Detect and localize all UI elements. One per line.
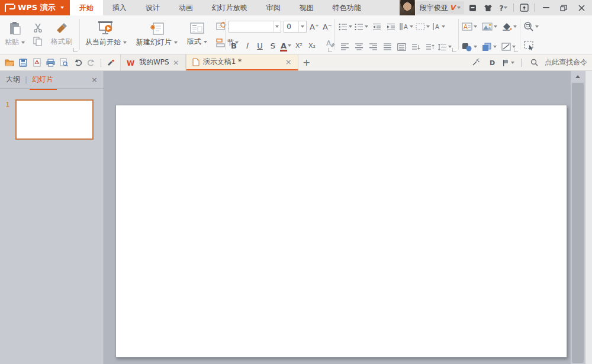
- text-box-button[interactable]: A: [462, 21, 477, 33]
- format-painter-button[interactable]: 格式刷: [47, 17, 76, 52]
- fill-button[interactable]: [502, 21, 517, 33]
- menu-tab-slideshow[interactable]: 幻灯片放映: [202, 0, 257, 15]
- font-size-select[interactable]: 0: [284, 21, 307, 33]
- find-command-label[interactable]: 点此查找命令: [545, 57, 587, 67]
- tab-presentation1[interactable]: 演示文稿1 * ×: [186, 54, 298, 70]
- cut-copy-column: [31, 17, 45, 52]
- tab-close-icon[interactable]: ×: [173, 58, 179, 67]
- new-slide-icon: [149, 21, 165, 36]
- find-replace-button[interactable]: [523, 21, 539, 33]
- restore-button[interactable]: [555, 1, 572, 14]
- skin-button[interactable]: [481, 1, 495, 14]
- justify-button[interactable]: [381, 41, 393, 53]
- redo-button[interactable]: [85, 57, 97, 69]
- increase-indent-button[interactable]: [385, 21, 397, 33]
- magic-wand-icon: [472, 59, 480, 66]
- decrease-indent-icon: [372, 23, 381, 31]
- open-button[interactable]: [4, 57, 15, 69]
- copy-button[interactable]: [32, 36, 44, 47]
- panel-tab-slides[interactable]: 幻灯片: [32, 75, 53, 85]
- night-mode-button[interactable]: D: [486, 57, 498, 69]
- picture-button[interactable]: [482, 21, 497, 33]
- distribute-button[interactable]: [395, 41, 407, 53]
- placeholder-outline-button[interactable]: [416, 21, 430, 33]
- font-family-dropdown[interactable]: [273, 21, 281, 32]
- align-left-button[interactable]: [339, 41, 350, 53]
- tab-my-wps[interactable]: W 我的WPS ×: [120, 54, 186, 70]
- increase-spacing-button[interactable]: [424, 41, 436, 53]
- hide-ribbon-button[interactable]: [517, 1, 531, 14]
- clipboard-expander[interactable]: [73, 48, 78, 52]
- app-menu-button[interactable]: WPS 演示: [0, 0, 70, 15]
- strikethrough-button[interactable]: S: [268, 40, 278, 51]
- panel-tab-outline[interactable]: 大纲: [6, 75, 20, 85]
- text-direction-button[interactable]: A: [399, 21, 413, 33]
- undo-button[interactable]: [72, 57, 83, 69]
- bold-label: B: [231, 41, 237, 50]
- print-button[interactable]: [44, 57, 56, 69]
- print-preview-button[interactable]: [58, 57, 70, 69]
- tab-close-icon[interactable]: ×: [285, 57, 292, 66]
- align-center-button[interactable]: [353, 41, 365, 53]
- wps-w-icon: W: [127, 59, 136, 66]
- menu-tab-view[interactable]: 视图: [290, 0, 323, 15]
- text-direction-caret-icon: [410, 25, 413, 28]
- vertical-scrollbar[interactable]: [571, 71, 585, 364]
- close-button[interactable]: [573, 1, 590, 14]
- menu-tab-insert[interactable]: 插入: [103, 0, 136, 15]
- menu-tab-home[interactable]: 开始: [70, 0, 103, 15]
- font-color-button[interactable]: A: [281, 40, 291, 51]
- decrease-indent-button[interactable]: [371, 21, 382, 33]
- underline-button[interactable]: U: [255, 40, 265, 51]
- ribbon-separator: [458, 19, 459, 50]
- scrollbar-up-button[interactable]: [571, 71, 585, 82]
- grow-font-button[interactable]: A⁺: [309, 21, 320, 33]
- save-button[interactable]: [17, 57, 29, 69]
- help-button[interactable]: ?: [496, 1, 510, 14]
- select-pane-button[interactable]: [523, 40, 535, 51]
- italic-button[interactable]: I: [242, 40, 252, 51]
- arrange-button[interactable]: [482, 41, 497, 53]
- minimize-button[interactable]: [538, 1, 554, 14]
- paragraph-expander[interactable]: [452, 48, 456, 52]
- panel-close-icon[interactable]: ×: [91, 75, 98, 84]
- new-tab-button[interactable]: +: [298, 54, 315, 70]
- font-size-dropdown[interactable]: [298, 21, 306, 32]
- layout-button[interactable]: 版式: [184, 17, 211, 52]
- paste-button[interactable]: 粘贴: [1, 17, 28, 52]
- numbering-button[interactable]: [355, 21, 368, 33]
- ribbon-separator: [520, 19, 520, 50]
- subscript-button[interactable]: X₂: [307, 40, 317, 51]
- switch-mode-button[interactable]: [503, 57, 514, 69]
- shapes-button[interactable]: [462, 41, 477, 53]
- customize-qat-button[interactable]: [105, 57, 117, 69]
- message-center-button[interactable]: [465, 1, 480, 14]
- scrollbar-thumb[interactable]: [572, 83, 584, 363]
- bold-button[interactable]: B: [229, 40, 239, 51]
- new-slide-button[interactable]: 新建幻灯片: [133, 17, 181, 52]
- clear-format-button[interactable]: A: [324, 37, 336, 49]
- export-pdf-button[interactable]: [31, 57, 43, 69]
- menu-tab-review[interactable]: 审阅: [257, 0, 290, 15]
- fill-caret-icon: [513, 25, 517, 28]
- magic-wand-button[interactable]: [469, 57, 481, 69]
- line-spacing-button[interactable]: [438, 41, 452, 53]
- menu-tab-design[interactable]: 设计: [136, 0, 169, 15]
- find-command-button[interactable]: [528, 57, 540, 69]
- align-right-button[interactable]: [367, 41, 379, 53]
- menu-tab-label: 插入: [112, 3, 127, 13]
- slide-thumbnail-1[interactable]: [15, 99, 94, 140]
- vertical-text-button[interactable]: A: [432, 21, 445, 33]
- user-account-button[interactable]: 段宇俊亚 V: [416, 1, 464, 14]
- decrease-spacing-button[interactable]: [410, 41, 422, 53]
- slide-editing-surface[interactable]: [115, 105, 567, 357]
- font-family-select[interactable]: [229, 21, 281, 33]
- superscript-button[interactable]: X²: [294, 40, 304, 51]
- cut-button[interactable]: [32, 22, 44, 34]
- user-avatar[interactable]: [400, 0, 415, 15]
- menu-tab-special-features[interactable]: 特色功能: [323, 0, 371, 15]
- drawing-expander[interactable]: [514, 48, 518, 52]
- bullets-button[interactable]: [339, 21, 352, 33]
- play-from-current-button[interactable]: 从当前开始: [82, 17, 130, 52]
- menu-tab-animation[interactable]: 动画: [169, 0, 202, 15]
